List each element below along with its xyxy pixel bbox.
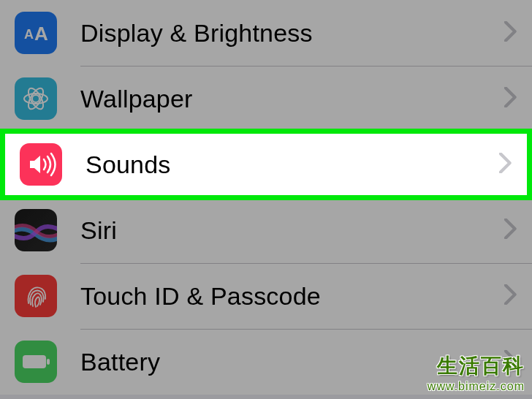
row-label: Siri [80, 216, 504, 245]
row-sounds[interactable]: Sounds [0, 129, 532, 200]
row-display-brightness[interactable]: A A Display & Brightness [0, 0, 532, 66]
svg-text:A: A [24, 27, 34, 42]
siri-icon [15, 209, 57, 251]
row-wallpaper[interactable]: Wallpaper [0, 66, 532, 132]
row-label: Touch ID & Passcode [80, 282, 504, 311]
svg-rect-7 [47, 359, 50, 365]
sounds-icon [20, 143, 62, 186]
wallpaper-icon [15, 77, 57, 120]
watermark-url: www.bimeiz.com [428, 380, 525, 393]
display-icon: A A [15, 12, 57, 54]
row-label: Sounds [86, 151, 499, 179]
chevron-right-icon [504, 87, 517, 110]
chevron-right-icon [504, 284, 517, 308]
row-label: Display & Brightness [80, 19, 504, 48]
watermark-title: 生活百科 [428, 352, 525, 380]
watermark: 生活百科 www.bimeiz.com [428, 352, 525, 393]
battery-icon [15, 341, 57, 383]
svg-rect-6 [23, 355, 46, 368]
svg-text:A: A [34, 23, 48, 44]
chevron-right-icon [499, 153, 512, 176]
row-siri[interactable]: Siri [0, 197, 532, 263]
fingerprint-icon [15, 275, 57, 317]
chevron-right-icon [504, 218, 517, 242]
settings-list: A A Display & Brightness Wallpaper [0, 0, 532, 395]
row-label: Wallpaper [80, 85, 504, 113]
chevron-right-icon [504, 21, 517, 45]
svg-point-2 [32, 95, 39, 102]
row-touch-id-passcode[interactable]: Touch ID & Passcode [0, 263, 532, 329]
